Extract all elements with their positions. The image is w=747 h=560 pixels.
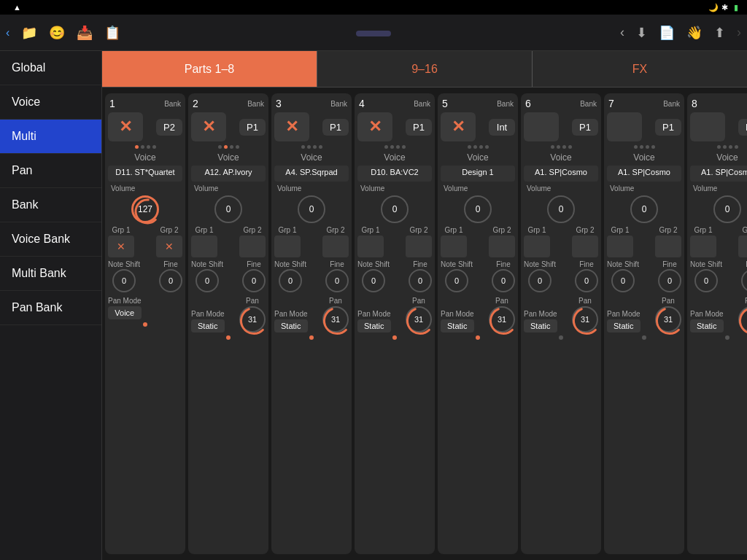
mute-btn-4[interactable]: ✕: [357, 112, 392, 141]
volume-knob-7[interactable]: 0: [630, 195, 658, 223]
bank-pill-8[interactable]: P1: [738, 119, 747, 136]
nav-share-icon[interactable]: ⬆: [714, 25, 725, 41]
volume-knob-2[interactable]: 0: [214, 195, 242, 223]
grp2-box-6[interactable]: [572, 236, 598, 257]
voice-name-7[interactable]: A1. SP|Cosmo: [607, 166, 681, 182]
grp1-box-8[interactable]: [690, 236, 716, 257]
tab-fx[interactable]: FX: [533, 51, 747, 87]
note-shift-knob-3[interactable]: 0: [279, 269, 302, 292]
nav-doc-icon[interactable]: 📄: [659, 25, 675, 41]
grp1-box-3[interactable]: [274, 236, 301, 257]
voice-name-1[interactable]: D11. ST*Quartet: [108, 166, 182, 182]
fine-knob-2[interactable]: 0: [242, 269, 266, 292]
nav-title[interactable]: [356, 31, 391, 36]
volume-knob-4[interactable]: 0: [381, 195, 409, 223]
note-shift-knob-4[interactable]: 0: [362, 269, 385, 292]
pan-knob-5[interactable]: 31: [489, 306, 515, 332]
volume-knob-3[interactable]: 0: [298, 195, 325, 223]
volume-knob-1[interactable]: 127: [131, 195, 159, 223]
inbox-icon[interactable]: 📥: [77, 25, 93, 41]
mute-btn-6[interactable]: [524, 112, 559, 141]
sidebar-item-voice-bank[interactable]: Voice Bank: [0, 222, 101, 257]
fine-knob-3[interactable]: 0: [325, 269, 349, 292]
note-shift-knob-1[interactable]: 0: [112, 269, 136, 292]
pan-mode-btn-3[interactable]: Static: [274, 319, 308, 332]
mute-btn-5[interactable]: ✕: [441, 112, 476, 141]
voice-name-3[interactable]: A4. SP.Sqrpad: [274, 166, 349, 182]
sidebar-item-global[interactable]: Global: [0, 51, 101, 85]
grp2-box-2[interactable]: [239, 236, 266, 257]
tab-parts-1-8[interactable]: Parts 1–8: [102, 51, 317, 87]
note-shift-knob-5[interactable]: 0: [445, 269, 468, 292]
folder-icon[interactable]: 📁: [21, 25, 37, 41]
nav-download-icon[interactable]: ⬇: [636, 25, 647, 41]
pan-mode-btn-6[interactable]: Static: [524, 319, 557, 332]
fine-knob-7[interactable]: 0: [658, 269, 681, 292]
mute-btn-3[interactable]: ✕: [274, 112, 309, 141]
back-button[interactable]: ‹: [6, 26, 12, 39]
pan-mode-btn-2[interactable]: Static: [191, 319, 225, 332]
pan-knob-3[interactable]: 31: [322, 306, 349, 332]
pan-knob-6[interactable]: 31: [572, 306, 598, 332]
tab-9-16[interactable]: 9–16: [317, 51, 533, 87]
fine-knob-4[interactable]: 0: [409, 269, 432, 292]
note-shift-knob-2[interactable]: 0: [196, 269, 219, 292]
note-shift-knob-6[interactable]: 0: [528, 269, 551, 292]
grp2-box-7[interactable]: [655, 236, 681, 257]
grp1-box-4[interactable]: [357, 236, 384, 257]
grp1-box-5[interactable]: [441, 236, 467, 257]
voice-name-8[interactable]: A1. SP|Cosmo: [690, 166, 747, 182]
sidebar-item-multi[interactable]: Multi: [0, 120, 101, 154]
volume-knob-5[interactable]: 0: [464, 195, 492, 223]
voice-name-2[interactable]: A12. AP.Ivory: [191, 166, 266, 182]
pan-mode-btn-8[interactable]: Static: [690, 319, 724, 332]
bank-pill-6[interactable]: P1: [572, 119, 598, 136]
grp2-box-8[interactable]: [738, 236, 747, 257]
pan-mode-btn-1[interactable]: Voice: [108, 306, 142, 319]
mute-btn-1[interactable]: ✕: [108, 112, 143, 141]
grp2-box-3[interactable]: [322, 236, 349, 257]
pan-mode-btn-7[interactable]: Static: [607, 319, 640, 332]
sidebar-item-multi-bank[interactable]: Multi Bank: [0, 257, 101, 291]
bank-pill-5[interactable]: Int: [489, 119, 515, 136]
sidebar-item-pan-bank[interactable]: Pan Bank: [0, 291, 101, 325]
grp1-box-7[interactable]: [607, 236, 633, 257]
grp2-box-4[interactable]: [406, 236, 432, 257]
face-icon[interactable]: 😊: [49, 25, 65, 41]
grp1-box-1[interactable]: ✕: [108, 236, 134, 257]
pan-knob-8[interactable]: 31: [738, 306, 747, 332]
note-shift-knob-7[interactable]: 0: [611, 269, 635, 292]
pan-knob-4[interactable]: 31: [406, 306, 432, 332]
grp1-box-6[interactable]: [524, 236, 550, 257]
grp2-box-5[interactable]: [489, 236, 515, 257]
fine-knob-1[interactable]: 0: [159, 269, 182, 292]
sidebar-item-voice[interactable]: Voice: [0, 85, 101, 120]
bank-pill-3[interactable]: P1: [322, 119, 349, 136]
nav-next-icon[interactable]: ›: [737, 25, 741, 40]
voice-name-6[interactable]: A1. SP|Cosmo: [524, 166, 598, 182]
volume-knob-8[interactable]: 0: [713, 195, 741, 223]
bank-pill-4[interactable]: P1: [406, 119, 432, 136]
fine-knob-5[interactable]: 0: [492, 269, 515, 292]
voice-name-5[interactable]: Design 1: [441, 166, 515, 182]
mute-btn-2[interactable]: ✕: [191, 112, 226, 141]
grp1-box-2[interactable]: [191, 236, 217, 257]
fine-knob-8[interactable]: 0: [741, 269, 747, 292]
bank-pill-2[interactable]: P1: [239, 119, 266, 136]
pan-knob-2[interactable]: 31: [239, 306, 266, 332]
mute-btn-8[interactable]: [690, 112, 725, 141]
bank-pill-1[interactable]: P2: [156, 119, 182, 136]
bank-pill-7[interactable]: P1: [655, 119, 681, 136]
nav-hand-icon[interactable]: 👋: [686, 25, 703, 41]
pan-mode-btn-4[interactable]: Static: [357, 319, 391, 332]
volume-knob-6[interactable]: 0: [547, 195, 575, 223]
nav-prev-icon[interactable]: ‹: [620, 25, 624, 40]
sidebar-item-bank[interactable]: Bank: [0, 188, 101, 222]
sidebar-item-pan[interactable]: Pan: [0, 154, 101, 188]
mute-btn-7[interactable]: [607, 112, 642, 141]
clipboard-icon[interactable]: 📋: [104, 25, 120, 41]
note-shift-knob-8[interactable]: 0: [694, 269, 718, 292]
pan-knob-7[interactable]: 31: [655, 306, 681, 332]
pan-mode-btn-5[interactable]: Static: [441, 319, 474, 332]
voice-name-4[interactable]: D10. BA:VC2: [357, 166, 432, 182]
